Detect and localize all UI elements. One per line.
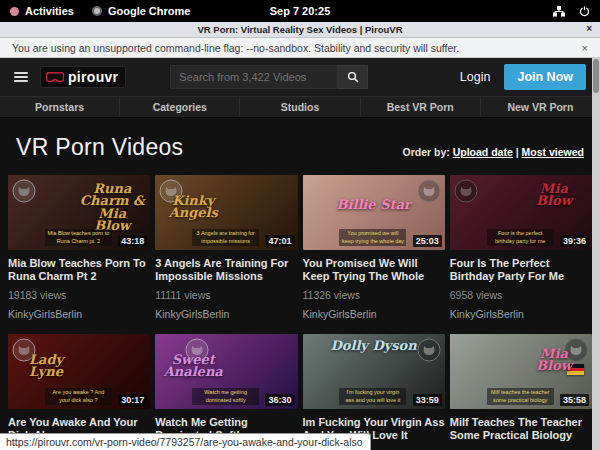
page-title: VR Porn Videos: [16, 134, 183, 161]
video-grid: Runa Charm & Mia Blow Mia Blow teaches p…: [0, 175, 600, 450]
duration-badge: 30:17: [118, 394, 147, 406]
order-by-most-viewed-link[interactable]: Most viewed: [522, 146, 584, 158]
studio-link[interactable]: KinkyGirlsBerlin: [450, 308, 592, 320]
video-card: Runa Charm & Mia Blow Mia Blow teaches p…: [8, 175, 150, 320]
duration-badge: 47:01: [265, 235, 294, 247]
video-views: 11111 views: [155, 289, 297, 301]
warning-close-icon[interactable]: ×: [582, 42, 588, 54]
link-preview-status-bar: https://pirouvr.com/vr-porn-video/779325…: [0, 433, 371, 450]
activities-button[interactable]: Activities: [10, 5, 74, 17]
activities-label: Activities: [25, 5, 74, 17]
menu-item-pornstars[interactable]: Pornstars: [0, 97, 120, 117]
search-icon: [347, 71, 359, 83]
video-thumbnail[interactable]: Dolly Dyson I'm fucking your virgin ass …: [303, 334, 445, 409]
thumbnail-caption: I'm fucking your virgin ass and you will…: [339, 388, 406, 405]
video-thumbnail[interactable]: Lady Lyne Are you awake ? And your dick …: [8, 334, 150, 409]
logo-text: pirouvr: [68, 69, 118, 85]
menu-hamburger-icon[interactable]: [14, 72, 28, 82]
video-views: 6958 views: [450, 289, 592, 301]
video-card: Kinky Angels 3 Angels are training for i…: [155, 175, 297, 320]
login-link[interactable]: Login: [460, 70, 491, 84]
video-thumbnail[interactable]: Mia Blow Milf teaches the teacher some p…: [450, 334, 592, 409]
studio-link[interactable]: KinkyGirlsBerlin: [155, 308, 297, 320]
scrollbar[interactable]: [592, 58, 600, 450]
video-views: 19183 views: [8, 289, 150, 301]
join-now-button[interactable]: Join Now: [504, 64, 586, 90]
studio-cat-logo-icon: [185, 338, 209, 362]
video-title[interactable]: You Promised We Will Keep Trying The Who…: [303, 257, 445, 284]
video-title[interactable]: 3 Angels Are Training For Impossible Mis…: [155, 257, 297, 284]
menu-item-categories[interactable]: Categories: [120, 97, 240, 117]
video-card: Mia Blow Four is the perfect birthday pa…: [450, 175, 592, 320]
menu-item-best-vr-porn[interactable]: Best VR Porn: [361, 97, 481, 117]
studio-cat-logo-icon: [417, 338, 441, 362]
app-name-label: Google Chrome: [108, 5, 191, 17]
order-by-label: Order by:: [403, 146, 450, 158]
studio-link[interactable]: KinkyGirlsBerlin: [8, 308, 150, 320]
site-logo[interactable]: pirouvr: [40, 66, 126, 88]
duration-badge: 39:36: [560, 235, 589, 247]
activities-icon: [10, 7, 19, 16]
duration-badge: 43:18: [118, 235, 147, 247]
video-thumbnail[interactable]: Runa Charm & Mia Blow Mia Blow teaches p…: [8, 175, 150, 250]
studio-cat-logo-icon: [417, 179, 441, 203]
studio-cat-logo-icon: [564, 338, 588, 362]
search-bar: [170, 65, 368, 89]
studio-link[interactable]: KinkyGirlsBerlin: [303, 308, 445, 320]
search-button[interactable]: [338, 65, 368, 89]
power-icon[interactable]: [579, 6, 590, 17]
studio-cat-logo-icon: [454, 179, 478, 203]
thumbnail-overlay-text: Runa Charm & Mia Blow: [79, 183, 145, 232]
video-title[interactable]: Four Is The Perfect Birthday Party For M…: [450, 257, 592, 284]
search-input[interactable]: [170, 65, 338, 89]
order-by-separator: |: [513, 146, 522, 158]
system-top-bar: Activities Google Chrome Sep 7 20:25: [0, 0, 600, 22]
warning-infobar: You are using an unsupported command-lin…: [0, 38, 600, 58]
thumbnail-caption: Are you awake ? And your dick also ?: [45, 388, 112, 405]
duration-badge: 33:59: [413, 394, 442, 406]
vr-goggles-icon: [46, 72, 64, 83]
video-card: Billie Star You promised we will keep tr…: [303, 175, 445, 320]
network-icon[interactable]: [553, 6, 565, 17]
video-title[interactable]: Milf Teaches The Teacher Some Practical …: [450, 416, 592, 443]
studio-cat-logo-icon: [159, 179, 183, 203]
order-by: Order by: Upload date | Most viewed: [403, 146, 585, 161]
scrollbar-thumb[interactable]: [593, 59, 599, 93]
menu-item-new-vr-porn[interactable]: New VR Porn: [481, 97, 600, 117]
video-thumbnail[interactable]: Billie Star You promised we will keep tr…: [303, 175, 445, 250]
duration-badge: 35:58: [560, 394, 589, 406]
menu-item-studios[interactable]: Studios: [240, 97, 360, 117]
thumbnail-caption: Four is the perfect birthday party for m…: [487, 229, 554, 246]
thumbnail-caption: Milf teaches the teacher some practical …: [487, 388, 554, 405]
window-title: VR Porn: Virtual Reality Sex Videos | Pi…: [197, 24, 402, 35]
browser-title-bar: VR Porn: Virtual Reality Sex Videos | Pi…: [0, 22, 600, 38]
video-thumbnail[interactable]: Kinky Angels 3 Angels are training for i…: [155, 175, 297, 250]
duration-badge: 36:30: [265, 394, 294, 406]
video-views: 11326 views: [303, 289, 445, 301]
video-thumbnail[interactable]: Mia Blow Four is the perfect birthday pa…: [450, 175, 592, 250]
thumbnail-overlay-text: Mia Blow: [521, 183, 587, 208]
thumbnail-caption: Mia Blow teaches porn to Runa Charm pt. …: [45, 229, 112, 246]
studio-cat-logo-icon: [12, 338, 36, 362]
video-card: Mia Blow Milf teaches the teacher some p…: [450, 334, 592, 450]
window-close-icon[interactable]: ×: [586, 23, 592, 34]
studio-cat-logo-icon: [12, 179, 36, 203]
chrome-icon: [92, 6, 102, 16]
thumbnail-caption: You promised we will keep trying the who…: [339, 229, 406, 246]
app-indicator[interactable]: Google Chrome: [92, 5, 191, 17]
main-menu: Pornstars Categories Studios Best VR Por…: [0, 96, 600, 118]
video-title[interactable]: Mia Blow Teaches Porn To Runa Charm Pt 2: [8, 257, 150, 284]
video-thumbnail[interactable]: Sweet Analena Watch me getting dominated…: [155, 334, 297, 409]
thumbnail-caption: Watch me getting dominated softly: [192, 388, 259, 405]
thumbnail-caption: 3 Angels are training for impossible mis…: [192, 229, 259, 246]
warning-message: You are using an unsupported command-lin…: [12, 42, 459, 54]
duration-badge: 25:03: [413, 235, 442, 247]
order-by-upload-date-link[interactable]: Upload date: [453, 146, 513, 158]
german-flag-icon: [567, 364, 584, 375]
site-header: pirouvr Login Join Now: [0, 58, 600, 96]
